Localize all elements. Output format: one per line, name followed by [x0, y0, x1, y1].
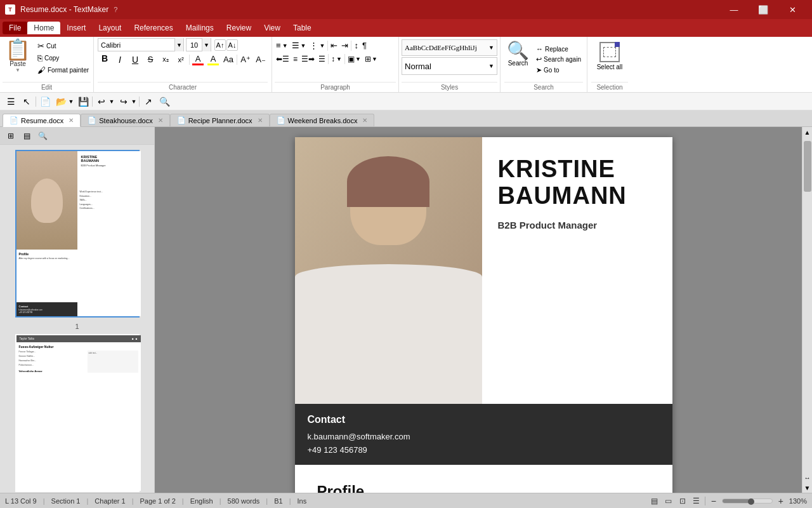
- pilcrow-button[interactable]: ¶: [361, 39, 368, 51]
- tab-recipe[interactable]: 📄 Recipe Planner.docx ✕: [170, 114, 270, 126]
- tab-weekend-close[interactable]: ✕: [362, 117, 367, 124]
- numbering-button[interactable]: ☰ ▼: [291, 39, 308, 51]
- bullets-button[interactable]: ≡ ▼: [275, 39, 289, 51]
- open-button[interactable]: 📂: [54, 95, 68, 109]
- font-selector[interactable]: ▼: [98, 38, 184, 51]
- sidebar-grid-button[interactable]: ▤: [20, 129, 34, 143]
- select-all-button[interactable]: Select all: [594, 41, 625, 72]
- close-button[interactable]: ✕: [778, 0, 807, 19]
- scroll-fit-button[interactable]: ↔: [802, 472, 812, 483]
- scroll-thumb[interactable]: [804, 141, 811, 192]
- view-web-button[interactable]: ⊡: [677, 495, 688, 507]
- menu-view[interactable]: View: [258, 22, 287, 34]
- bold-button[interactable]: B: [98, 53, 112, 65]
- align-left-button[interactable]: ⬅☰: [275, 53, 291, 65]
- menu-references[interactable]: References: [128, 22, 179, 34]
- redo-arrow[interactable]: ▼: [131, 95, 137, 109]
- tab-recipe-close[interactable]: ✕: [258, 117, 263, 124]
- scroll-track[interactable]: [802, 137, 812, 472]
- strikethrough-button[interactable]: S: [143, 55, 157, 64]
- align-center-button[interactable]: ≡: [292, 53, 299, 65]
- page-thumb-1[interactable]: KRISTINEBAUMANN B2B Product Manager Prof…: [15, 150, 140, 318]
- multilevel-button[interactable]: ⋮ ▼: [308, 39, 326, 51]
- menu-layout[interactable]: Layout: [92, 22, 128, 34]
- menu-insert[interactable]: Insert: [60, 22, 92, 34]
- tab-resume[interactable]: 📄 Resume.docx ✕: [3, 114, 81, 127]
- new-button[interactable]: 📄: [38, 95, 52, 109]
- underline-button[interactable]: U: [128, 55, 142, 65]
- scroll-down-button[interactable]: ▼: [802, 483, 812, 493]
- undo-button[interactable]: ↩: [95, 95, 108, 109]
- status-right: ▤ ▭ ⊡ ☰ − + 130%: [649, 495, 807, 507]
- cursor-tool-button[interactable]: ↖: [20, 95, 34, 109]
- clear-format-button[interactable]: Aa: [221, 55, 235, 64]
- font-size-increase[interactable]: A↑: [214, 39, 226, 51]
- sidebar-search-button[interactable]: 🔍: [36, 129, 49, 143]
- font-input[interactable]: [98, 41, 174, 49]
- minimize-button[interactable]: —: [719, 0, 749, 19]
- tab-steakhouse-close[interactable]: ✕: [158, 117, 163, 124]
- menu-review[interactable]: Review: [220, 22, 258, 34]
- styles-current-box[interactable]: Normal ▼: [402, 57, 497, 75]
- cut-button[interactable]: ✂ Cut: [36, 41, 91, 51]
- indent-button[interactable]: ⇥: [340, 39, 350, 51]
- ribbon: 📋 Paste ▼ ✂ Cut ⎘ Copy 🖌 Format painter: [0, 37, 812, 93]
- search-button[interactable]: 🔍 Search: [504, 41, 532, 68]
- search-again-button[interactable]: ↩ Search again: [534, 55, 583, 64]
- font-dropdown-arrow[interactable]: ▼: [174, 38, 183, 51]
- tab-weekend[interactable]: 📄 Weekend Breaks.docx ✕: [270, 114, 375, 126]
- view-layout-button[interactable]: ▤: [649, 495, 660, 507]
- menu-mailings[interactable]: Mailings: [180, 22, 220, 34]
- justify-button[interactable]: ☰: [317, 53, 327, 65]
- tab-resume-close[interactable]: ✕: [69, 117, 74, 124]
- font-size-dropdown-arrow[interactable]: ▼: [202, 38, 211, 51]
- superscript-btn2[interactable]: A⁺: [239, 55, 252, 64]
- paste-button[interactable]: 📋 Paste ▼: [3, 38, 33, 74]
- view-outline-button[interactable]: ☰: [691, 495, 702, 507]
- page-thumb-2[interactable]: Taylor Talks ■■ Fusss-Aufzeiger Nultur F…: [15, 334, 140, 492]
- line-spacing-button[interactable]: ↕ ▼: [330, 53, 343, 65]
- subscript-btn2[interactable]: A₋: [254, 55, 268, 64]
- align-right-button[interactable]: ☰➡: [300, 53, 316, 65]
- sidebar-toggle-button[interactable]: ☰: [4, 95, 18, 109]
- help-icon[interactable]: ?: [114, 6, 117, 13]
- shading-button[interactable]: ▣ ▼: [346, 53, 362, 65]
- font-size-decrease[interactable]: A↓: [226, 39, 238, 51]
- replace-button[interactable]: ↔ Replace: [534, 44, 583, 53]
- redo-button[interactable]: ↪: [117, 95, 131, 109]
- styles-preview-box[interactable]: AaBbCcDdEeFfGgHhIiJj ▼: [402, 39, 497, 56]
- styles-preview-arrow[interactable]: ▼: [488, 44, 494, 51]
- zoom-slider-handle[interactable]: [748, 498, 754, 505]
- font-size-input[interactable]: [187, 41, 202, 49]
- styles-current-arrow[interactable]: ▼: [488, 63, 494, 69]
- view-reading-button[interactable]: ▭: [663, 495, 674, 507]
- format-painter-button[interactable]: 🖌 Format painter: [36, 65, 91, 76]
- font-size-selector[interactable]: ▼: [186, 38, 211, 51]
- subscript-button[interactable]: x₂: [159, 55, 173, 64]
- highlight-button[interactable]: A: [206, 54, 220, 65]
- menu-table[interactable]: Table: [287, 22, 318, 34]
- superscript-button[interactable]: x²: [174, 56, 188, 64]
- menu-home[interactable]: Home: [27, 22, 60, 34]
- borders-button[interactable]: ⊞ ▼: [363, 53, 379, 65]
- zoom-button[interactable]: 🔍: [157, 95, 171, 109]
- undo-arrow[interactable]: ▼: [108, 95, 115, 109]
- italic-button[interactable]: I: [113, 55, 127, 65]
- menu-file[interactable]: File: [3, 22, 27, 34]
- tab-steakhouse[interactable]: 📄 Steakhouse.docx ✕: [81, 114, 169, 126]
- font-color-button[interactable]: A: [191, 54, 205, 65]
- sort-button[interactable]: ↕: [353, 39, 360, 51]
- zoom-slider-fill: [723, 499, 750, 503]
- scroll-up-button[interactable]: ▲: [802, 127, 812, 137]
- copy-button[interactable]: ⎘ Copy: [36, 53, 91, 64]
- zoom-in-button[interactable]: +: [775, 495, 787, 507]
- goto-button[interactable]: ➤ Go to: [534, 65, 583, 75]
- zoom-slider[interactable]: [722, 498, 773, 504]
- maximize-button[interactable]: ⬜: [749, 0, 778, 19]
- zoom-out-button[interactable]: −: [708, 495, 719, 507]
- outdent-button[interactable]: ⇤: [329, 39, 339, 51]
- open-arrow[interactable]: ▼: [68, 95, 74, 109]
- sidebar-home-button[interactable]: ⊞: [4, 129, 18, 143]
- pointer-button[interactable]: ↗: [141, 95, 155, 109]
- save-button[interactable]: 💾: [76, 95, 90, 109]
